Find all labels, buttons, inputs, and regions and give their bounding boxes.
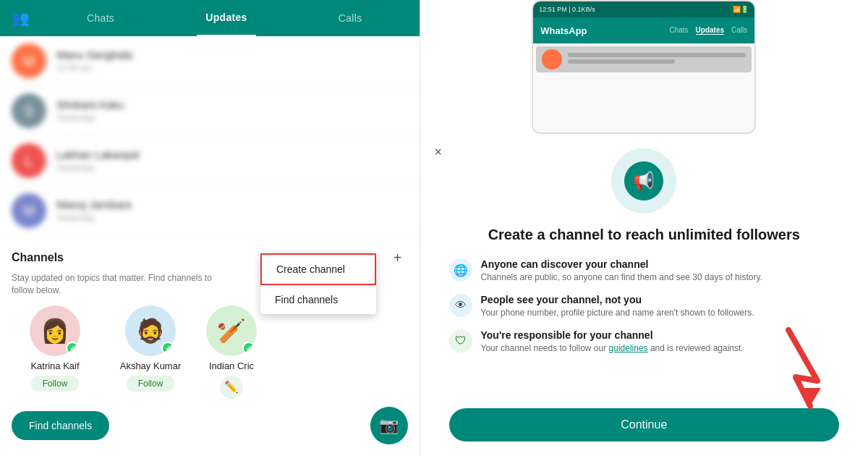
phone-mockup: 12:51 PM | 0.1KB/s 📶🔋 WhatsApp Chats Upd… bbox=[532, 0, 756, 134]
phone-tab-chats: Chats bbox=[669, 26, 688, 35]
eye-icon: 👁 bbox=[449, 294, 472, 317]
phone-avatar-1 bbox=[542, 49, 562, 69]
phone-nav: WhatsApp Chats Updates Calls bbox=[533, 17, 754, 43]
tab-calls[interactable]: Calls bbox=[330, 0, 371, 36]
channels-plus-button[interactable]: + bbox=[388, 248, 408, 268]
chat-item-3: L Lakhan Lakanpal Yesterday bbox=[0, 136, 420, 186]
channel-card-1: 👩 ✓ Katrina Kaif Follow bbox=[12, 305, 98, 399]
phone-time: 12:51 PM | 0.1KB/s bbox=[539, 6, 595, 13]
phone-tab-updates: Updates bbox=[696, 26, 724, 35]
channel-name-2: Akshay Kumar bbox=[120, 360, 182, 371]
close-button[interactable]: × bbox=[435, 145, 443, 160]
channel-logo-inner: 📢 bbox=[624, 161, 663, 200]
create-channel-title: Create a channel to reach unlimited foll… bbox=[488, 225, 800, 244]
follow-button-2[interactable]: Follow bbox=[127, 376, 175, 392]
verified-badge-1: ✓ bbox=[66, 342, 79, 355]
chat-time-4: Yesterday bbox=[56, 213, 408, 223]
channel-logo-icon: 📢 bbox=[633, 171, 655, 191]
channel-avatar-2: 🧔 ✓ bbox=[125, 305, 176, 356]
chat-item-2: S Shrikant Kaku Yesterday bbox=[0, 86, 420, 136]
chat-item-1: M Manu Sanghala 12:56 am bbox=[0, 36, 420, 86]
phone-line-1 bbox=[568, 53, 746, 57]
chat-info-2: Shrikant Kaku Yesterday bbox=[56, 98, 408, 123]
bottom-buttons: Find channels 📷 bbox=[0, 407, 420, 444]
chat-time-3: Yesterday bbox=[56, 163, 408, 173]
camera-button[interactable]: 📷 bbox=[370, 407, 408, 444]
channel-cards: 👩 ✓ Katrina Kaif Follow 🧔 ✓ Akshay Kumar… bbox=[12, 305, 408, 399]
feature-title-1: Anyone can discover your channel bbox=[481, 258, 839, 270]
chat-name-3: Lakhan Lakanpal bbox=[56, 148, 408, 161]
channels-title: Channels bbox=[12, 251, 64, 264]
channel-avatar-3: 🏏 ✓ bbox=[206, 305, 257, 356]
people-icon: 👥 bbox=[12, 9, 30, 27]
camera-icon: 📷 bbox=[379, 416, 399, 435]
globe-icon: 🌐 bbox=[449, 258, 472, 282]
avatar-3: L bbox=[12, 143, 46, 178]
avatar-2: S bbox=[12, 93, 46, 128]
find-channels-menu-item[interactable]: Find channels bbox=[260, 285, 376, 314]
avatar-4: M bbox=[12, 193, 46, 228]
tab-chats[interactable]: Chats bbox=[78, 0, 123, 36]
follow-button-1[interactable]: Follow bbox=[31, 376, 80, 392]
chat-info-1: Manu Sanghala 12:56 am bbox=[56, 48, 408, 73]
phone-tab-calls: Calls bbox=[731, 26, 747, 35]
feature-desc-prefix-3: Your channel needs to follow our bbox=[481, 343, 609, 353]
verified-badge-2: ✓ bbox=[161, 342, 174, 355]
phone-line-2 bbox=[568, 59, 675, 64]
phone-nav-tabs: Chats Updates Calls bbox=[669, 26, 747, 35]
verified-badge-3: ✓ bbox=[242, 342, 255, 355]
phone-status-bar: 12:51 PM | 0.1KB/s 📶🔋 bbox=[533, 1, 754, 17]
channel-card-2: 🧔 ✓ Akshay Kumar Follow bbox=[107, 305, 194, 399]
feature-desc-suffix-3: and is reviewed against. bbox=[648, 343, 744, 353]
channel-name-3: Indian Cric bbox=[209, 360, 254, 371]
chat-time-1: 12:56 am bbox=[56, 63, 408, 73]
create-channel-menu-item[interactable]: Create channel bbox=[260, 253, 376, 285]
channel-card-3: 🏏 ✓ Indian Cric ✏️ bbox=[203, 305, 260, 399]
avatar-1: M bbox=[12, 43, 46, 78]
chat-time-2: Yesterday bbox=[56, 113, 408, 123]
channel-avatar-1: 👩 ✓ bbox=[30, 305, 80, 356]
phone-app-title: WhatsApp bbox=[540, 25, 669, 36]
chat-name-2: Shrikant Kaku bbox=[56, 98, 408, 111]
find-channels-button[interactable]: Find channels bbox=[12, 411, 109, 440]
channel-logo-circle: 📢 bbox=[611, 148, 676, 214]
guidelines-link[interactable]: guidelines bbox=[609, 343, 648, 353]
phone-chat-item-1 bbox=[536, 46, 752, 72]
channels-description: Stay updated on topics that matter. Find… bbox=[12, 272, 214, 297]
right-panel: 12:51 PM | 0.1KB/s 📶🔋 WhatsApp Chats Upd… bbox=[420, 0, 868, 456]
chat-name-1: Manu Sanghala bbox=[56, 48, 408, 61]
dropdown-menu: Create channel Find channels bbox=[260, 253, 376, 314]
feature-title-2: People see your channel, not you bbox=[481, 294, 839, 305]
left-panel: 👥 Chats Updates Calls M Manu Sanghala 12… bbox=[0, 0, 420, 456]
phone-body bbox=[533, 43, 754, 132]
feature-desc-2: Your phone number, profile picture and n… bbox=[481, 307, 839, 319]
chat-item-4: M Manoj Jambara Yesterday bbox=[0, 186, 420, 236]
phone-lines-1 bbox=[568, 53, 746, 66]
nav-tabs: Chats Updates Calls bbox=[41, 0, 408, 36]
phone-preview: 12:51 PM | 0.1KB/s 📶🔋 WhatsApp Chats Upd… bbox=[420, 0, 868, 134]
channel-name-1: Katrina Kaif bbox=[30, 360, 79, 371]
feature-text-2: People see your channel, not you Your ph… bbox=[481, 294, 839, 319]
phone-icons: 📶🔋 bbox=[733, 6, 749, 13]
feature-text-1: Anyone can discover your channel Channel… bbox=[481, 258, 839, 284]
feature-item-2: 👁 People see your channel, not you Your … bbox=[449, 294, 839, 319]
follow-button-3[interactable]: ✏️ bbox=[220, 376, 243, 399]
continue-button[interactable]: Continue bbox=[449, 408, 839, 442]
chat-info-4: Manoj Jambara Yesterday bbox=[56, 198, 408, 223]
red-arrow bbox=[774, 323, 846, 413]
chat-info-3: Lakhan Lakanpal Yesterday bbox=[56, 148, 408, 173]
feature-item-1: 🌐 Anyone can discover your channel Chann… bbox=[449, 258, 839, 284]
shield-icon: 🛡 bbox=[449, 329, 472, 352]
tab-updates[interactable]: Updates bbox=[197, 0, 255, 36]
chat-name-4: Manoj Jambara bbox=[56, 198, 408, 211]
top-nav-bar: 👥 Chats Updates Calls bbox=[0, 0, 420, 36]
feature-desc-1: Channels are public, so anyone can find … bbox=[481, 271, 839, 284]
